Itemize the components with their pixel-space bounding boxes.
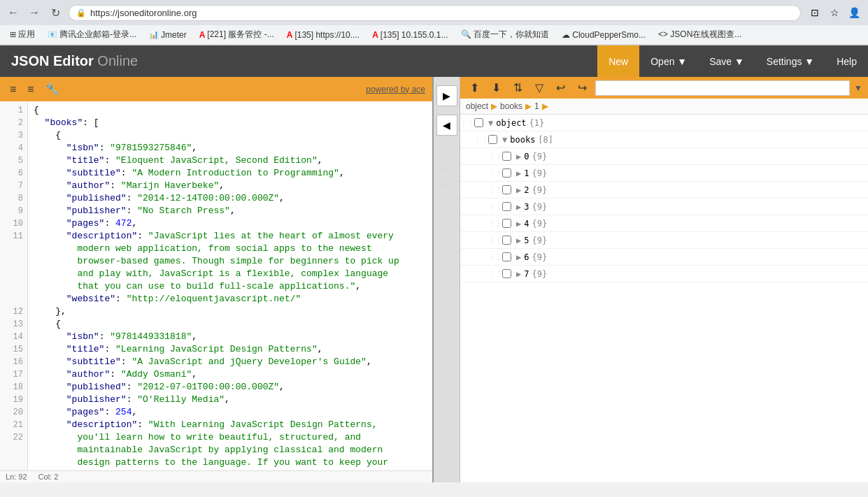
drag-handle[interactable]: ⋮⋮	[488, 169, 499, 177]
expand-icon-7[interactable]: ▶	[516, 269, 521, 279]
expand-icon-6[interactable]: ▶	[516, 252, 521, 262]
refresh-button[interactable]: ↻	[48, 5, 63, 20]
val-object: {1}	[529, 118, 545, 128]
expand-icon-0[interactable]: ▶	[516, 152, 521, 161]
tree-row: ⋮⋮ ▶ 6 {9}	[460, 249, 868, 266]
bookmark-135-2[interactable]: A [135] 10.155.0.1...	[368, 29, 452, 41]
breadcrumb-object[interactable]: object	[466, 101, 488, 111]
settings-button[interactable]: Settings ▼	[755, 45, 825, 77]
drag-handle[interactable]: ⋮⋮	[460, 119, 471, 127]
redo-button[interactable]: ↪	[574, 80, 591, 96]
drag-handle[interactable]: ⋮⋮	[488, 253, 499, 261]
tree-label-0: ▶ 0 {9}	[513, 152, 868, 161]
tree-label-object: ▼ object {1}	[485, 118, 868, 128]
drag-handle[interactable]: ⋮⋮	[488, 152, 499, 160]
sort-button[interactable]: ⇅	[509, 80, 527, 96]
drag-handle[interactable]: ⋮⋮	[488, 186, 499, 194]
checkbox-3[interactable]	[499, 202, 513, 211]
code-editor[interactable]: { "books": [ { "isbn": "9781593275846", …	[28, 101, 432, 470]
tree-label-1: ▶ 1 {9}	[513, 168, 868, 178]
val-6: {9}	[532, 252, 547, 262]
bookmark-service[interactable]: A [221] 服务管控 -...	[195, 27, 278, 42]
checkbox-0[interactable]	[499, 152, 513, 161]
checkbox-4[interactable]	[499, 219, 513, 228]
expand-icon-2[interactable]: ▶	[516, 185, 521, 195]
browser-toolbar: ← → ↻ 🔒 https://jsoneditoronline.org ⊡ ☆…	[0, 0, 868, 25]
tree-row: ⋮⋮ ▶ 1 {9}	[460, 165, 868, 182]
browser-actions: ⊡ ☆ 👤	[806, 4, 862, 21]
bookmark-json[interactable]: <> JSON在线视图查...	[654, 27, 746, 42]
status-bar: Ln: 92 Col: 2	[0, 470, 432, 482]
search-input[interactable]	[595, 80, 850, 96]
checkbox-5[interactable]	[499, 236, 513, 245]
bookmark-email[interactable]: 📧 腾讯企业邮箱-登录...	[43, 27, 141, 42]
back-button[interactable]: ←	[6, 5, 21, 20]
expand-right-button[interactable]: ▶	[436, 85, 457, 106]
drag-handle[interactable]: ⋮⋮	[488, 236, 499, 244]
expand-icon-1[interactable]: ▶	[516, 168, 521, 178]
key-6: 6	[524, 252, 529, 262]
tree-label-4: ▶ 4 {9}	[513, 219, 868, 229]
checkbox-6[interactable]	[499, 252, 513, 261]
right-toolbar: ⬆ ⬇ ⇅ ▽ ↩ ↪ ▼	[460, 77, 868, 99]
address-bar[interactable]: 🔒 https://jsoneditoronline.org	[69, 5, 801, 21]
powered-by-link[interactable]: powered by ace	[366, 85, 425, 94]
bookmark-apps[interactable]: ⊞ 应用	[6, 27, 39, 42]
user-avatar[interactable]: 👤	[846, 4, 862, 21]
search-direction-button[interactable]: ▼	[854, 83, 862, 93]
drag-handle[interactable]: ⋮⋮	[488, 270, 499, 278]
breadcrumb-arrow-2: ▶	[525, 101, 532, 111]
app-header: JSON Editor Online New Open ▼ Save ▼ Set…	[0, 45, 868, 77]
collapse-all-button[interactable]: ⬇	[488, 80, 505, 96]
tree-label-6: ▶ 6 {9}	[513, 252, 868, 262]
expand-icon-object[interactable]: ▼	[488, 118, 493, 128]
key-1: 1	[524, 168, 529, 178]
expand-icon-books[interactable]: ▼	[502, 135, 507, 145]
line-numbers: 1 2 3 4 5 6 7 8 9 10 11 12 13 14 15 16 1…	[0, 101, 28, 470]
format-button[interactable]: ≡	[7, 81, 19, 97]
bookmark-cloud[interactable]: ☁ CloudPepperSmo...	[557, 29, 650, 41]
undo-button[interactable]: ↩	[552, 80, 569, 96]
extensions-button[interactable]: ⊡	[806, 4, 823, 21]
code-area[interactable]: 1 2 3 4 5 6 7 8 9 10 11 12 13 14 15 16 1…	[0, 101, 432, 470]
tree-label-2: ▶ 2 {9}	[513, 185, 868, 195]
expand-icon-3[interactable]: ▶	[516, 202, 521, 212]
key-5: 5	[524, 236, 529, 245]
expand-icon-4[interactable]: ▶	[516, 219, 521, 229]
drag-handle[interactable]: ⋮⋮	[488, 219, 499, 227]
forward-button[interactable]: →	[27, 5, 42, 20]
checkbox-object[interactable]	[471, 118, 485, 127]
breadcrumb-1[interactable]: 1	[534, 101, 539, 111]
compact-button[interactable]: ≡	[24, 81, 36, 97]
help-button[interactable]: Help	[825, 45, 868, 77]
checkbox-books[interactable]	[485, 135, 499, 144]
drag-handle[interactable]: ⋮⋮	[474, 136, 485, 143]
expand-icon-5[interactable]: ▶	[516, 236, 521, 245]
bookmark-jmeter[interactable]: 📊 Jmeter	[145, 29, 191, 41]
new-button[interactable]: New	[597, 45, 639, 77]
val-books: [8]	[538, 135, 553, 145]
checkbox-2[interactable]	[499, 185, 513, 194]
bookmark-135-1[interactable]: A [135] https://10....	[283, 29, 364, 41]
breadcrumb-books[interactable]: books	[500, 101, 522, 111]
status-line: Ln: 92	[6, 473, 27, 481]
expand-left-button[interactable]: ◀	[436, 115, 457, 136]
expand-all-button[interactable]: ⬆	[466, 80, 483, 96]
breadcrumb-arrow-1: ▶	[491, 101, 497, 111]
tree-label-7: ▶ 7 {9}	[513, 269, 868, 279]
repair-button[interactable]: 🔧	[43, 81, 62, 97]
bookmark-baidu[interactable]: 🔍 百度一下，你就知道	[457, 27, 553, 42]
filter-button[interactable]: ▽	[531, 80, 548, 96]
save-button[interactable]: Save ▼	[698, 45, 755, 77]
checkbox-7[interactable]	[499, 269, 513, 278]
key-2: 2	[524, 185, 529, 195]
key-3: 3	[524, 202, 529, 212]
drag-handle[interactable]: ⋮⋮	[488, 203, 499, 210]
tree-row: ⋮⋮ ▶ 2 {9}	[460, 182, 868, 199]
right-panel: ⬆ ⬇ ⇅ ▽ ↩ ↪ ▼ object ▶ books ▶ 1 ▶ ⋮⋮	[460, 77, 868, 482]
checkbox-1[interactable]	[499, 168, 513, 178]
bookmark-button[interactable]: ☆	[826, 4, 843, 21]
tree-row: ⋮⋮ ▶ 5 {9}	[460, 232, 868, 249]
open-button[interactable]: Open ▼	[639, 45, 698, 77]
main-layout: ≡ ≡ 🔧 powered by ace 1 2 3 4 5 6 7 8 9 1…	[0, 77, 868, 482]
